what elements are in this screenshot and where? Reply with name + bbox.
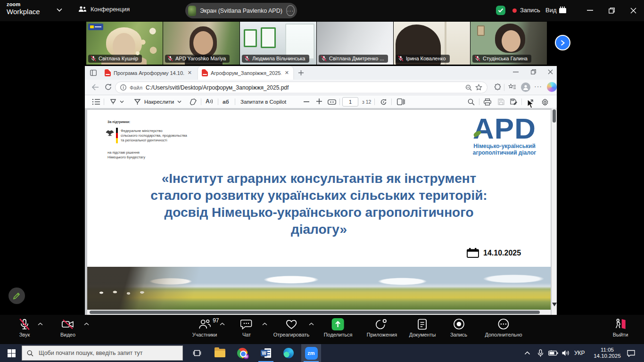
react-options-chevron[interactable] <box>309 322 314 326</box>
rotate-icon[interactable] <box>380 99 387 106</box>
tab-meeting[interactable]: Конференция <box>78 6 130 13</box>
chevron-down-icon[interactable] <box>57 8 62 12</box>
search-in-page-icon[interactable] <box>465 84 472 91</box>
tab-close-icon[interactable]: ✕ <box>284 70 289 76</box>
favorite-star-icon[interactable] <box>475 84 482 91</box>
horizontal-scrollbar-thumb[interactable] <box>90 311 540 314</box>
page-view-icon[interactable] <box>397 99 405 105</box>
zoom-in-icon[interactable] <box>316 99 322 104</box>
tab-close-icon[interactable]: ✕ <box>187 70 192 76</box>
browser-restore-icon[interactable] <box>531 69 536 74</box>
taskbar-search[interactable] <box>22 346 183 361</box>
docs-button[interactable]: Документы <box>409 318 436 337</box>
translate-icon[interactable]: аб <box>223 99 229 105</box>
react-button[interactable]: Отреагировать <box>273 318 310 337</box>
minimize-button[interactable] <box>584 5 596 16</box>
participants-options-chevron[interactable] <box>220 322 225 326</box>
view-menu-label[interactable]: Вид <box>545 7 557 14</box>
participant-video-5[interactable]: Ірина Коваленко <box>394 22 470 65</box>
document-icon <box>417 319 428 330</box>
video-button[interactable]: Видео <box>60 318 75 337</box>
ask-copilot-button[interactable]: Запитати в Copilot <box>240 99 286 105</box>
task-view-button[interactable] <box>188 344 206 362</box>
horizontal-scrollbar[interactable] <box>87 310 551 315</box>
start-button[interactable] <box>3 344 20 362</box>
print-icon[interactable] <box>484 99 491 106</box>
participants-count: 97 <box>213 317 219 324</box>
toc-icon[interactable] <box>92 99 100 105</box>
draw-chevron-icon[interactable] <box>177 100 182 103</box>
vertical-scrollbar-thumb[interactable] <box>553 109 556 123</box>
tray-mic[interactable] <box>537 344 544 362</box>
windows-taskbar: M W zm УКР 11:05 14.10.2 <box>0 344 644 362</box>
share-screen-button[interactable]: Поделиться <box>324 318 353 337</box>
browser-menu-icon[interactable]: ··· <box>534 82 542 90</box>
refresh-icon[interactable] <box>105 83 112 90</box>
address-field[interactable]: Файл C:/Users/svitl/Desktop/Агрофорум_За… <box>115 82 487 93</box>
participant-video-4[interactable]: Світлана Дмитренко ... <box>317 22 393 65</box>
tray-hidden-icons[interactable] <box>524 344 530 362</box>
restore-button[interactable] <box>605 5 618 16</box>
tray-clock[interactable]: 11:05 14.10.2025 <box>590 344 624 362</box>
tab-actions-icon[interactable] <box>90 70 97 76</box>
taskbar-search-input[interactable] <box>38 349 178 357</box>
copilot-icon[interactable] <box>547 82 557 92</box>
windows-logo-icon <box>8 349 16 357</box>
back-icon[interactable] <box>91 84 99 90</box>
action-center-button[interactable] <box>627 344 635 362</box>
fit-width-icon[interactable] <box>328 99 336 105</box>
highlighter-icon[interactable] <box>109 99 117 106</box>
new-tab-icon[interactable] <box>298 70 304 76</box>
apps-button[interactable]: Приложения <box>367 318 397 337</box>
tray-volume[interactable] <box>562 344 570 362</box>
zoom-out-icon[interactable] <box>304 101 309 102</box>
participant-video-6[interactable]: Студінська Галина <box>471 22 547 65</box>
participant-video-1[interactable]: Світлана Кушнір <box>86 22 163 65</box>
draw-pen-icon[interactable] <box>134 99 141 106</box>
file-explorer-button[interactable] <box>210 344 229 362</box>
browser-tab-1[interactable]: Програма Агрофоруму 14.10.20 ✕ <box>101 66 196 80</box>
draw-label[interactable]: Накреслити <box>144 99 174 105</box>
participant-video-3[interactable]: Людмила Вільчинська <box>240 22 316 65</box>
browser-minimize-icon[interactable] <box>513 72 519 73</box>
security-shield-icon[interactable] <box>496 6 505 15</box>
browser-tab-2-active[interactable]: Агрофорум_Запоріжжя_2025.pd ✕ <box>198 66 293 80</box>
browser-close-icon[interactable] <box>548 69 553 74</box>
share-tab-more-button[interactable]: ··· <box>286 5 295 16</box>
profile-avatar[interactable] <box>521 82 530 92</box>
vertical-scrollbar[interactable] <box>552 108 557 315</box>
read-aloud-icon[interactable]: A <box>206 98 214 105</box>
highlighter-chevron-icon[interactable] <box>120 100 124 103</box>
pdf-viewer[interactable]: За підтримки: Федеральне міністерство сі… <box>85 108 557 315</box>
edge-button[interactable] <box>279 344 298 362</box>
participant-video-2[interactable]: APD Yaroshko Mariya <box>163 22 239 65</box>
chat-button[interactable]: Чат <box>240 318 253 337</box>
favorites-hub-icon[interactable] <box>508 83 516 90</box>
settings-gear-icon[interactable] <box>541 99 549 106</box>
close-button[interactable] <box>627 5 639 16</box>
find-in-document-icon[interactable] <box>468 99 475 106</box>
page-number-input[interactable] <box>342 97 358 107</box>
extensions-icon[interactable] <box>494 83 502 91</box>
view-grid-icon[interactable] <box>559 7 566 13</box>
participants-button[interactable]: 97 Участники <box>192 318 217 337</box>
tray-battery[interactable] <box>548 344 558 362</box>
leave-button[interactable]: Выйти <box>613 318 628 337</box>
annotate-button[interactable] <box>8 288 25 304</box>
chrome-button[interactable]: M <box>233 344 252 362</box>
chat-options-chevron[interactable] <box>262 322 267 326</box>
video-options-chevron[interactable] <box>84 322 89 326</box>
record-button[interactable]: Запись <box>450 318 467 337</box>
save-as-icon[interactable] <box>510 99 518 106</box>
tray-language[interactable]: УКР <box>574 344 585 362</box>
scroll-down-arrow[interactable] <box>552 303 557 309</box>
eraser-icon[interactable] <box>190 99 197 105</box>
info-icon[interactable] <box>120 84 126 90</box>
audio-button[interactable]: Звук <box>18 318 31 337</box>
next-participants-button[interactable] <box>555 35 570 50</box>
audio-options-chevron[interactable] <box>38 322 43 326</box>
tab-shared-screen[interactable]: Экран (Svitlana Pavlenko APD) ··· <box>185 3 297 18</box>
word-button[interactable]: W <box>256 344 275 362</box>
zoom-app-button[interactable]: zm <box>301 344 321 362</box>
more-button[interactable]: Дополнительно <box>485 318 522 337</box>
